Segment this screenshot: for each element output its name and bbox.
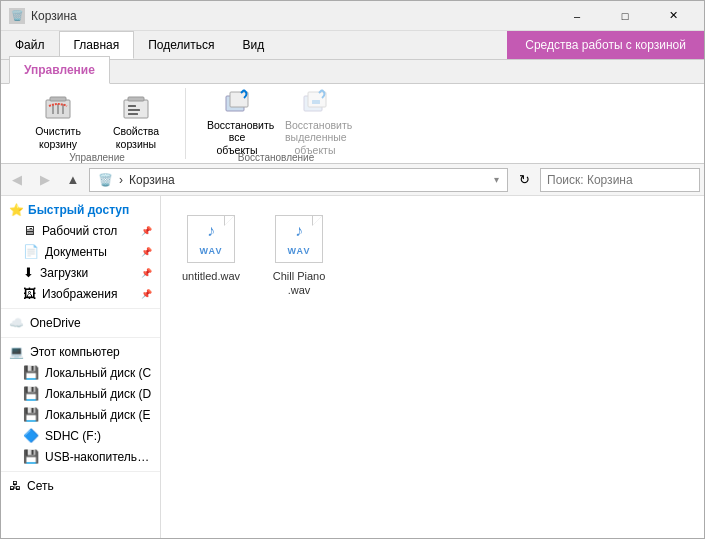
clear-recycle-btn[interactable]: Очистить корзину — [21, 92, 95, 150]
network-label: Сеть — [27, 479, 54, 493]
ribbon-group-manage-label: Управление — [69, 152, 125, 163]
tab-home[interactable]: Главная — [59, 31, 135, 59]
clear-recycle-label: Очистить корзину — [28, 125, 88, 150]
restore-all-label: Восстановить все объекты — [207, 119, 267, 157]
maximize-button[interactable]: □ — [602, 1, 648, 31]
sidebar-item-onedrive[interactable]: ☁️ OneDrive — [1, 313, 160, 333]
sidebar-item-drive-g[interactable]: 💾 USB-накопитель (G — [1, 446, 160, 467]
desktop-icon: 🖥 — [23, 223, 36, 238]
sidebar: ⭐ Быстрый доступ 🖥 Рабочий стол 📌 📄 Доку… — [1, 196, 161, 539]
thispc-label: Этот компьютер — [30, 345, 120, 359]
file-fold-inner-2 — [313, 216, 322, 225]
ribbon-group-restore-buttons: Восстановить все объекты Восстановить вы… — [200, 92, 352, 150]
file-name-untitled-wav: untitled.wav — [182, 269, 240, 283]
file-name-chill-piano-wav: Chill Piano .wav — [264, 269, 334, 298]
up-button[interactable]: ▲ — [61, 168, 85, 192]
downloads-pin: 📌 — [141, 268, 152, 278]
wav-label-2: WAV — [288, 246, 311, 256]
sidebar-divider-1 — [1, 308, 160, 309]
quick-access-header[interactable]: ⭐ Быстрый доступ — [1, 200, 160, 220]
close-button[interactable]: ✕ — [650, 1, 696, 31]
drive-e-label: Локальный диск (E — [45, 408, 152, 422]
drive-f-label: SDHC (F:) — [45, 429, 152, 443]
file-area[interactable]: ♪ WAV untitled.wav ♪ WAV Chill Piano .wa… — [161, 196, 704, 539]
ribbon-tabs-row: Файл Главная Поделиться Вид Средства раб… — [1, 31, 704, 59]
tab-view[interactable]: Вид — [228, 31, 278, 59]
path-icon: 🗑️ — [98, 173, 113, 187]
desktop-pin: 📌 — [141, 226, 152, 236]
path-arrow: › — [119, 173, 123, 187]
minimize-button[interactable]: – — [554, 1, 600, 31]
restore-all-btn[interactable]: Восстановить все объекты — [200, 92, 274, 150]
refresh-button[interactable]: ↻ — [512, 168, 536, 192]
sidebar-divider-3 — [1, 471, 160, 472]
search-box: 🔍 — [540, 168, 700, 192]
ribbon-group-manage-buttons: Очистить корзину Свойства корзины — [21, 92, 173, 150]
sidebar-item-network[interactable]: 🖧 Сеть — [1, 476, 160, 496]
drive-d-label: Локальный диск (D — [45, 387, 152, 401]
drive-e-icon: 💾 — [23, 407, 39, 422]
downloads-icon: ⬇ — [23, 265, 34, 280]
restore-all-icon — [221, 86, 253, 116]
sidebar-item-drive-d[interactable]: 💾 Локальный диск (D — [1, 383, 160, 404]
ribbon-group-manage: Очистить корзину Свойства корзины Управл… — [9, 88, 186, 159]
main-area: ⭐ Быстрый доступ 🖥 Рабочий стол 📌 📄 Доку… — [1, 196, 704, 539]
tab-file[interactable]: Файл — [1, 31, 59, 59]
recycle-props-label: Свойства корзины — [106, 125, 166, 150]
documents-icon: 📄 — [23, 244, 39, 259]
sidebar-item-downloads[interactable]: ⬇ Загрузки 📌 — [1, 262, 160, 283]
svg-rect-8 — [128, 109, 140, 111]
svg-rect-9 — [128, 113, 138, 115]
path-dropdown-arrow: ▾ — [494, 174, 499, 185]
thispc-icon: 💻 — [9, 345, 24, 359]
svg-rect-13 — [308, 92, 326, 107]
file-item-chill-piano-wav[interactable]: ♪ WAV Chill Piano .wav — [259, 206, 339, 305]
sidebar-item-documents[interactable]: 📄 Документы 📌 — [1, 241, 160, 262]
app-icon: 🗑️ — [9, 8, 25, 24]
file-icon-chill-piano-wav: ♪ WAV — [273, 213, 325, 265]
svg-rect-7 — [128, 105, 136, 107]
tab-management[interactable]: Управление — [9, 56, 110, 84]
restore-selected-icon — [299, 86, 331, 116]
file-fold-inner — [225, 216, 234, 225]
ribbon-content: Очистить корзину Свойства корзины Управл… — [1, 84, 704, 164]
sidebar-item-images[interactable]: 🖼 Изображения 📌 — [1, 283, 160, 304]
tab-share[interactable]: Поделиться — [134, 31, 228, 59]
back-button[interactable]: ◀ — [5, 168, 29, 192]
restore-selected-btn[interactable]: Восстановить выделенные объекты — [278, 92, 352, 150]
drive-g-label: USB-накопитель (G — [45, 450, 152, 464]
address-path[interactable]: 🗑️ › Корзина ▾ — [89, 168, 508, 192]
title-bar-left: 🗑️ Корзина — [9, 8, 554, 24]
search-input[interactable] — [541, 173, 703, 187]
onedrive-icon: ☁️ — [9, 316, 24, 330]
sidebar-item-drive-c[interactable]: 💾 Локальный диск (C — [1, 362, 160, 383]
sidebar-item-desktop[interactable]: 🖥 Рабочий стол 📌 — [1, 220, 160, 241]
images-icon: 🖼 — [23, 286, 36, 301]
restore-selected-label: Восстановить выделенные объекты — [285, 119, 345, 157]
drive-g-icon: 💾 — [23, 449, 39, 464]
sidebar-item-drive-f[interactable]: 🔷 SDHC (F:) — [1, 425, 160, 446]
file-item-untitled-wav[interactable]: ♪ WAV untitled.wav — [171, 206, 251, 305]
drive-c-icon: 💾 — [23, 365, 39, 380]
sidebar-item-thispc[interactable]: 💻 Этот компьютер — [1, 342, 160, 362]
recycle-props-btn[interactable]: Свойства корзины — [99, 92, 173, 150]
wav-music-note-2: ♪ — [295, 222, 303, 240]
documents-pin: 📌 — [141, 247, 152, 257]
title-bar: 🗑️ Корзина – □ ✕ — [1, 1, 704, 31]
svg-rect-14 — [312, 100, 320, 104]
window-title: Корзина — [31, 9, 77, 23]
path-label: Корзина — [129, 173, 175, 187]
tab-recycle-tools[interactable]: Средства работы с корзиной — [507, 31, 704, 59]
ribbon-group-restore: Восстановить все объекты Восстановить вы… — [186, 88, 366, 159]
clear-recycle-icon — [42, 92, 74, 122]
downloads-label: Загрузки — [40, 266, 135, 280]
wav-label-1: WAV — [200, 246, 223, 256]
sidebar-item-drive-e[interactable]: 💾 Локальный диск (E — [1, 404, 160, 425]
drive-f-icon: 🔷 — [23, 428, 39, 443]
drive-d-icon: 💾 — [23, 386, 39, 401]
address-bar: ◀ ▶ ▲ 🗑️ › Корзина ▾ ↻ 🔍 — [1, 164, 704, 196]
svg-rect-6 — [128, 97, 144, 101]
svg-rect-11 — [230, 92, 248, 107]
forward-button[interactable]: ▶ — [33, 168, 57, 192]
documents-label: Документы — [45, 245, 135, 259]
